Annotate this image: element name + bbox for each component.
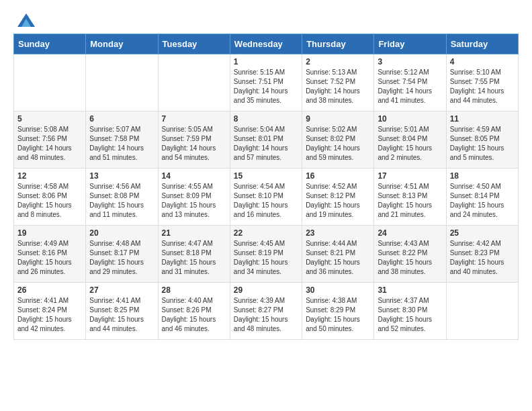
calendar-cell: 26Sunrise: 4:41 AM Sunset: 8:24 PM Dayli… <box>14 282 86 339</box>
day-info: Sunrise: 4:58 AM Sunset: 8:06 PM Dayligh… <box>17 182 82 220</box>
logo-icon <box>17 13 35 27</box>
calendar-cell: 21Sunrise: 4:47 AM Sunset: 8:18 PM Dayli… <box>158 225 230 282</box>
calendar-cell: 6Sunrise: 5:07 AM Sunset: 7:58 PM Daylig… <box>86 111 158 168</box>
calendar-day-header: Friday <box>374 34 446 54</box>
day-info: Sunrise: 5:08 AM Sunset: 7:56 PM Dayligh… <box>17 125 82 163</box>
calendar-cell <box>86 54 158 111</box>
day-info: Sunrise: 4:45 AM Sunset: 8:19 PM Dayligh… <box>234 239 298 277</box>
calendar-cell: 7Sunrise: 5:05 AM Sunset: 7:59 PM Daylig… <box>158 111 230 168</box>
day-info: Sunrise: 4:41 AM Sunset: 8:24 PM Dayligh… <box>17 296 82 334</box>
calendar-day-header: Thursday <box>302 34 374 54</box>
calendar-table: SundayMondayTuesdayWednesdayThursdayFrid… <box>13 34 519 340</box>
day-info: Sunrise: 5:15 AM Sunset: 7:51 PM Dayligh… <box>234 68 298 105</box>
day-number: 25 <box>450 228 515 238</box>
day-number: 29 <box>234 285 298 295</box>
calendar-header-row: SundayMondayTuesdayWednesdayThursdayFrid… <box>14 34 519 54</box>
calendar-cell: 4Sunrise: 5:10 AM Sunset: 7:55 PM Daylig… <box>446 54 518 111</box>
calendar-day-header: Wednesday <box>230 34 302 54</box>
calendar-cell <box>158 54 230 111</box>
day-number: 24 <box>378 228 442 238</box>
day-info: Sunrise: 4:54 AM Sunset: 8:10 PM Dayligh… <box>234 182 298 220</box>
day-number: 13 <box>89 171 154 181</box>
calendar-cell: 14Sunrise: 4:55 AM Sunset: 8:09 PM Dayli… <box>158 168 230 225</box>
day-number: 3 <box>378 57 442 66</box>
calendar-day-header: Monday <box>86 34 158 54</box>
day-number: 30 <box>306 285 370 295</box>
calendar-cell: 25Sunrise: 4:42 AM Sunset: 8:23 PM Dayli… <box>446 225 518 282</box>
calendar-wrapper: SundayMondayTuesdayWednesdayThursdayFrid… <box>0 34 532 347</box>
day-number: 10 <box>378 114 442 124</box>
calendar-cell: 10Sunrise: 5:01 AM Sunset: 8:04 PM Dayli… <box>374 111 446 168</box>
calendar-week-row: 19Sunrise: 4:49 AM Sunset: 8:16 PM Dayli… <box>14 225 519 282</box>
calendar-cell: 18Sunrise: 4:50 AM Sunset: 8:14 PM Dayli… <box>446 168 518 225</box>
day-number: 20 <box>89 228 154 238</box>
calendar-cell: 24Sunrise: 4:43 AM Sunset: 8:22 PM Dayli… <box>374 225 446 282</box>
calendar-day-header: Saturday <box>446 34 518 54</box>
calendar-cell: 31Sunrise: 4:37 AM Sunset: 8:30 PM Dayli… <box>374 282 446 339</box>
day-info: Sunrise: 5:02 AM Sunset: 8:02 PM Dayligh… <box>306 125 370 163</box>
calendar-cell: 29Sunrise: 4:39 AM Sunset: 8:27 PM Dayli… <box>230 282 302 339</box>
day-info: Sunrise: 4:47 AM Sunset: 8:18 PM Dayligh… <box>162 239 226 277</box>
calendar-cell: 11Sunrise: 4:59 AM Sunset: 8:05 PM Dayli… <box>446 111 518 168</box>
day-info: Sunrise: 5:04 AM Sunset: 8:01 PM Dayligh… <box>234 125 298 163</box>
logo <box>16 12 35 27</box>
day-number: 28 <box>162 285 226 295</box>
day-number: 1 <box>234 57 298 66</box>
calendar-cell: 13Sunrise: 4:56 AM Sunset: 8:08 PM Dayli… <box>86 168 158 225</box>
day-number: 14 <box>162 171 226 181</box>
calendar-day-header: Tuesday <box>158 34 230 54</box>
day-info: Sunrise: 4:52 AM Sunset: 8:12 PM Dayligh… <box>306 182 370 220</box>
calendar-cell: 22Sunrise: 4:45 AM Sunset: 8:19 PM Dayli… <box>230 225 302 282</box>
calendar-cell: 15Sunrise: 4:54 AM Sunset: 8:10 PM Dayli… <box>230 168 302 225</box>
calendar-week-row: 12Sunrise: 4:58 AM Sunset: 8:06 PM Dayli… <box>14 168 519 225</box>
calendar-cell <box>14 54 86 111</box>
day-number: 22 <box>234 228 298 238</box>
day-number: 8 <box>234 114 298 124</box>
calendar-cell: 27Sunrise: 4:41 AM Sunset: 8:25 PM Dayli… <box>86 282 158 339</box>
day-info: Sunrise: 4:51 AM Sunset: 8:13 PM Dayligh… <box>378 182 442 220</box>
day-info: Sunrise: 4:55 AM Sunset: 8:09 PM Dayligh… <box>162 182 226 220</box>
calendar-cell: 1Sunrise: 5:15 AM Sunset: 7:51 PM Daylig… <box>230 54 302 111</box>
day-info: Sunrise: 4:49 AM Sunset: 8:16 PM Dayligh… <box>17 239 82 277</box>
day-info: Sunrise: 4:38 AM Sunset: 8:29 PM Dayligh… <box>306 296 370 334</box>
day-number: 18 <box>450 171 515 181</box>
day-info: Sunrise: 4:48 AM Sunset: 8:17 PM Dayligh… <box>89 239 154 277</box>
calendar-cell: 5Sunrise: 5:08 AM Sunset: 7:56 PM Daylig… <box>14 111 86 168</box>
day-info: Sunrise: 5:01 AM Sunset: 8:04 PM Dayligh… <box>378 125 442 163</box>
calendar-week-row: 5Sunrise: 5:08 AM Sunset: 7:56 PM Daylig… <box>14 111 519 168</box>
day-number: 26 <box>17 285 82 295</box>
day-number: 31 <box>378 285 442 295</box>
page-header <box>0 0 532 34</box>
day-info: Sunrise: 4:44 AM Sunset: 8:21 PM Dayligh… <box>306 239 370 277</box>
day-number: 27 <box>89 285 154 295</box>
calendar-cell: 12Sunrise: 4:58 AM Sunset: 8:06 PM Dayli… <box>14 168 86 225</box>
day-info: Sunrise: 4:42 AM Sunset: 8:23 PM Dayligh… <box>450 239 515 277</box>
day-number: 7 <box>162 114 226 124</box>
calendar-day-header: Sunday <box>14 34 86 54</box>
day-number: 11 <box>450 114 515 124</box>
day-number: 2 <box>306 57 370 66</box>
calendar-cell: 2Sunrise: 5:13 AM Sunset: 7:52 PM Daylig… <box>302 54 374 111</box>
calendar-week-row: 26Sunrise: 4:41 AM Sunset: 8:24 PM Dayli… <box>14 282 519 339</box>
day-info: Sunrise: 4:37 AM Sunset: 8:30 PM Dayligh… <box>378 296 442 334</box>
day-info: Sunrise: 4:43 AM Sunset: 8:22 PM Dayligh… <box>378 239 442 277</box>
calendar-cell: 28Sunrise: 4:40 AM Sunset: 8:26 PM Dayli… <box>158 282 230 339</box>
day-info: Sunrise: 5:07 AM Sunset: 7:58 PM Dayligh… <box>89 125 154 163</box>
day-number: 16 <box>306 171 370 181</box>
day-info: Sunrise: 4:56 AM Sunset: 8:08 PM Dayligh… <box>89 182 154 220</box>
calendar-week-row: 1Sunrise: 5:15 AM Sunset: 7:51 PM Daylig… <box>14 54 519 111</box>
day-number: 6 <box>89 114 154 124</box>
calendar-cell: 17Sunrise: 4:51 AM Sunset: 8:13 PM Dayli… <box>374 168 446 225</box>
day-info: Sunrise: 5:12 AM Sunset: 7:54 PM Dayligh… <box>378 68 442 105</box>
calendar-cell: 23Sunrise: 4:44 AM Sunset: 8:21 PM Dayli… <box>302 225 374 282</box>
day-info: Sunrise: 4:40 AM Sunset: 8:26 PM Dayligh… <box>162 296 226 334</box>
calendar-cell: 30Sunrise: 4:38 AM Sunset: 8:29 PM Dayli… <box>302 282 374 339</box>
day-number: 23 <box>306 228 370 238</box>
day-info: Sunrise: 5:05 AM Sunset: 7:59 PM Dayligh… <box>162 125 226 163</box>
day-number: 9 <box>306 114 370 124</box>
day-number: 17 <box>378 171 442 181</box>
day-info: Sunrise: 4:39 AM Sunset: 8:27 PM Dayligh… <box>234 296 298 334</box>
day-number: 5 <box>17 114 82 124</box>
calendar-cell: 20Sunrise: 4:48 AM Sunset: 8:17 PM Dayli… <box>86 225 158 282</box>
day-info: Sunrise: 4:50 AM Sunset: 8:14 PM Dayligh… <box>450 182 515 220</box>
